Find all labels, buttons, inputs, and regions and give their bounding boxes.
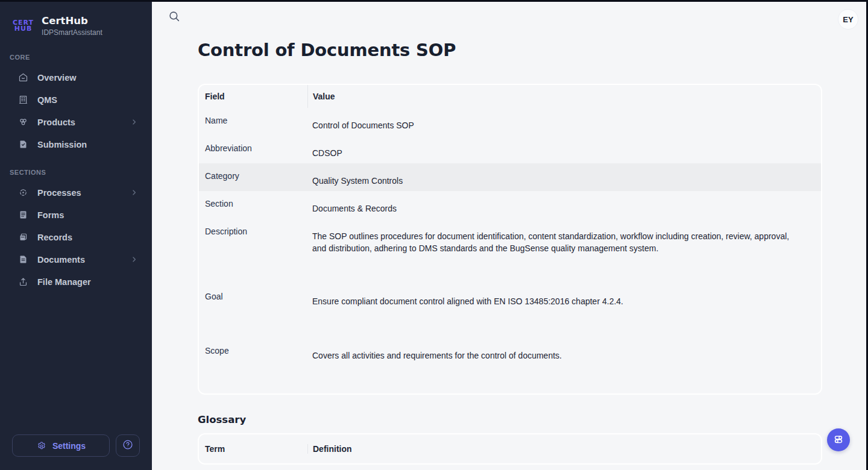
app-name: CertHub <box>42 15 102 27</box>
settings-button[interactable]: Settings <box>12 434 110 457</box>
sidebar-item-records[interactable]: Records <box>8 227 143 247</box>
sidebar-item-forms[interactable]: Forms <box>8 205 143 225</box>
table-row-scope[interactable]: ScopeCovers all activities and requireme… <box>199 338 821 393</box>
table-row-section[interactable]: SectionDocuments & Records <box>199 191 821 219</box>
field-label: Abbreviation <box>199 136 307 163</box>
sidebar-nav: COREOverviewQMSProductsSubmissionSECTION… <box>0 54 152 294</box>
help-icon <box>122 439 134 453</box>
page-title: Control of Documents SOP <box>198 40 868 60</box>
field-label: Scope <box>199 338 307 393</box>
sidebar-item-label: Records <box>37 233 72 242</box>
sidebar-item-documents[interactable]: Documents <box>8 249 143 269</box>
field-value: Quality System Controls <box>307 163 821 191</box>
nav-section-label: SECTIONS <box>8 169 143 183</box>
sidebar-item-processes[interactable]: Processes <box>8 183 143 202</box>
workflow-icon <box>17 187 28 198</box>
gear-icon <box>36 440 47 451</box>
brand: CERT HUB CertHub IDPSmartAssistant <box>0 0 152 54</box>
chevron-right-icon <box>130 255 139 264</box>
field-label: Name <box>199 108 307 136</box>
sidebar-item-qms[interactable]: QMS <box>8 90 143 110</box>
sidebar-item-label: Products <box>37 118 75 127</box>
column-header-definition: Definition <box>307 444 821 454</box>
sidebar-bottom: Settings <box>0 422 152 470</box>
sidebar-item-label: Overview <box>37 73 77 83</box>
cubes-icon <box>17 117 28 128</box>
sidebar-item-label: Documents <box>37 255 85 265</box>
sidebar-item-products[interactable]: Products <box>8 112 143 132</box>
column-header-field: Field <box>199 85 307 108</box>
field-value: Covers all activities and requirements f… <box>307 338 821 393</box>
user-avatar[interactable]: EY <box>838 9 858 30</box>
field-value: Ensure compliant document control aligne… <box>307 284 821 338</box>
field-value: The SOP outlines procedures for document… <box>307 219 821 284</box>
details-table: Field Value NameControl of Documents SOP… <box>198 84 822 395</box>
column-header-value: Value <box>307 85 821 108</box>
table-row-name[interactable]: NameControl of Documents SOP <box>199 108 821 136</box>
glossary-table: Term Definition <box>198 433 822 465</box>
building-icon <box>17 95 28 105</box>
sidebar-item-label: File Manager <box>37 277 91 287</box>
table-row-abbreviation[interactable]: AbbreviationCDSOP <box>199 136 821 163</box>
sidebar-item-label: QMS <box>37 95 57 105</box>
assistant-fab-button[interactable] <box>827 428 850 451</box>
field-label: Goal <box>199 284 307 338</box>
sidebar-item-label: Submission <box>37 140 87 149</box>
field-label: Section <box>199 191 307 219</box>
chevron-right-icon <box>130 188 139 197</box>
certhub-logo-icon: CERT HUB <box>13 20 34 32</box>
help-button[interactable] <box>116 434 140 457</box>
glossary-title: Glossary <box>198 414 868 425</box>
sidebar-item-submission[interactable]: Submission <box>8 134 143 154</box>
home-icon <box>17 72 28 83</box>
sidebar-item-overview[interactable]: Overview <box>8 67 143 87</box>
document-icon <box>17 254 28 265</box>
app-subtitle: IDPSmartAssistant <box>42 28 102 37</box>
sidebar: CERT HUB CertHub IDPSmartAssistant COREO… <box>0 0 152 470</box>
table-row-category[interactable]: CategoryQuality System Controls <box>199 163 821 191</box>
records-icon <box>17 232 28 243</box>
form-icon <box>17 210 28 221</box>
field-label: Description <box>199 219 307 284</box>
column-header-term: Term <box>199 444 307 454</box>
window-top-edge <box>0 0 868 2</box>
main-content: EY Control of Documents SOP Field Value … <box>152 0 868 470</box>
sidebar-item-label: Forms <box>37 210 64 220</box>
nav-section-label: CORE <box>8 54 143 67</box>
topbar: EY <box>152 0 868 30</box>
sliders-icon <box>832 433 845 448</box>
settings-label: Settings <box>52 441 86 451</box>
document-check-icon <box>17 139 28 150</box>
chevron-right-icon <box>130 118 139 127</box>
field-value: Control of Documents SOP <box>307 108 821 136</box>
logo-line2: HUB <box>13 26 34 32</box>
sidebar-item-file-manager[interactable]: File Manager <box>8 272 143 292</box>
field-value: CDSOP <box>307 136 821 163</box>
upload-icon <box>17 277 28 287</box>
field-label: Category <box>199 163 307 191</box>
field-value: Documents & Records <box>307 191 821 219</box>
table-row-goal[interactable]: GoalEnsure compliant document control al… <box>199 284 821 338</box>
details-rows: NameControl of Documents SOPAbbreviation… <box>199 108 821 393</box>
details-table-header: Field Value <box>199 85 821 108</box>
table-row-description[interactable]: DescriptionThe SOP outlines procedures f… <box>199 219 821 284</box>
sidebar-item-label: Processes <box>37 188 81 198</box>
search-button[interactable] <box>166 9 182 25</box>
search-icon <box>168 10 181 25</box>
